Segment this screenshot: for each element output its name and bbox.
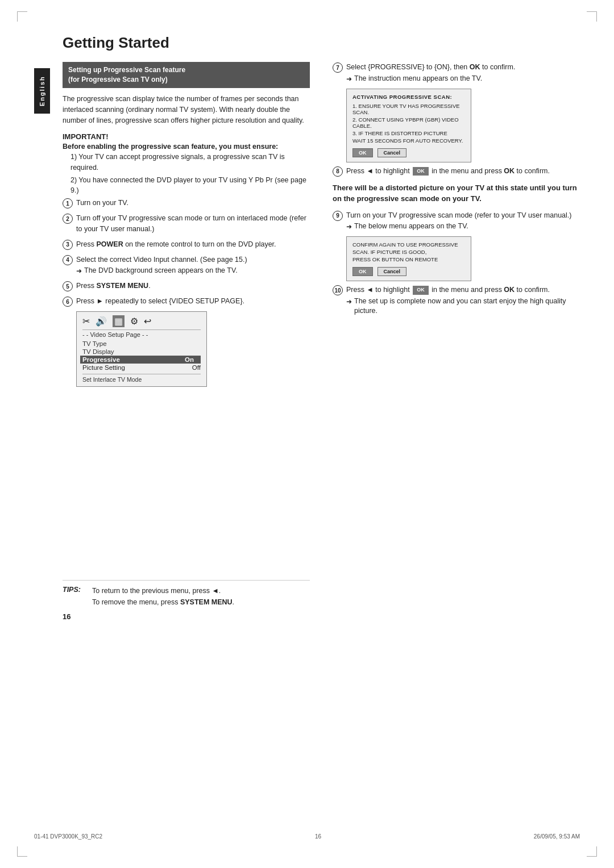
main-content: Getting Started Setting up Progressive S… [63, 23, 580, 621]
activating-ok-btn[interactable]: OK [352, 148, 373, 157]
step-3: 3 Press POWER on the remote control to t… [63, 239, 310, 250]
corner-mark-tr [587, 11, 597, 22]
confirm-line-1: CONFIRM AGAIN TO USE PROGRESSIVE [352, 241, 465, 248]
page-footer: 01-41 DVP3000K_93_RC2 16 26/09/05, 9:53 … [34, 833, 580, 840]
warning-text: There will be a distorted picture on you… [333, 182, 580, 205]
activating-line-1: 1. ENSURE YOUR TV HAS PROGRESSIVE SCAN. [352, 103, 465, 115]
important-label: IMPORTANT! [63, 132, 310, 141]
tips-line1: To return to the previous menu, press ◄. [92, 585, 234, 596]
confirm-cancel-btn[interactable]: Cancel [377, 267, 407, 276]
step-3-content: Press POWER on the remote control to tur… [76, 239, 310, 250]
confirm-buttons: OK Cancel [352, 267, 465, 276]
menu-icon-video-selected: ▦ [113, 315, 125, 327]
step-9-note: The below menu appears on the TV. [354, 222, 468, 232]
tips-label: TIPS: [63, 585, 81, 594]
section-heading-line2: (for Progressive Scan TV only) [68, 76, 168, 84]
activating-cancel-btn[interactable]: Cancel [377, 148, 407, 157]
corner-mark-br [587, 846, 597, 857]
activating-title: ACTIVATING PROGRESSIVE SCAN: [352, 94, 465, 100]
step-10: 10 Press ◄ to highlight OK in the menu a… [333, 285, 580, 316]
footer-right: 26/09/05, 9:53 AM [534, 833, 580, 840]
step-num-7: 7 [333, 62, 343, 73]
confirm-line-2: SCAN. IF PICTURE IS GOOD, [352, 249, 465, 255]
step-num-2: 2 [63, 214, 73, 224]
step-num-8: 8 [333, 166, 343, 177]
confirm-info-box: CONFIRM AGAIN TO USE PROGRESSIVE SCAN. I… [346, 236, 471, 281]
important-item-1: 1) Your TV can accept progressive signal… [70, 152, 310, 173]
page-number: 16 [63, 612, 310, 621]
step-num-6: 6 [63, 297, 73, 307]
arrow-9: ➜ [346, 222, 352, 232]
tips-section: TIPS: To return to the previous menu, pr… [63, 580, 310, 608]
step-6-content: Press ► repeatedly to select {VIDEO SETU… [76, 296, 310, 307]
menu-item-tvdisplay: TV Display [82, 348, 201, 356]
footer-left: 01-41 DVP3000K_93_RC2 [34, 833, 102, 840]
step-7-note: The instruction menu appears on the TV. [354, 74, 482, 84]
step-num-3: 3 [63, 240, 73, 250]
arrow-7: ➜ [346, 74, 352, 84]
step-1-content: Turn on your TV. [76, 198, 310, 208]
step-4-content: Select the correct Video Input channel. … [76, 254, 310, 277]
step-8: 8 Press ◄ to highlight OK in the menu an… [333, 166, 580, 177]
corner-mark-bl [17, 846, 27, 857]
activating-line-4: WAIT 15 SECONDS FOR AUTO RECOVERY. [352, 137, 465, 144]
step-7: 7 Select {PROGRESSIVE} to {ON}, then OK … [333, 62, 580, 84]
tips-line2: To remove the menu, press SYSTEM MENU. [92, 596, 234, 608]
step-8-content: Press ◄ to highlight OK in the menu and … [346, 166, 580, 177]
ok-btn-step10: OK [413, 286, 429, 295]
menu-footer: Set Interlace TV Mode [82, 374, 201, 383]
activating-line-3: 3. IF THERE IS DISTORTED PICTURE [352, 130, 465, 136]
step-6: 6 Press ► repeatedly to select {VIDEO SE… [63, 296, 310, 307]
menu-icon-scissors: ✂ [82, 316, 90, 327]
section-heading: Setting up Progressive Scan feature (for… [63, 62, 310, 88]
ok-btn-step8: OK [413, 167, 429, 176]
step-2-content: Turn off your TV progressive scan mode o… [76, 213, 310, 235]
step-5-content: Press SYSTEM MENU. [76, 281, 310, 291]
step-5: 5 Press SYSTEM MENU. [63, 281, 310, 291]
page-container: English Getting Started Setting up Progr… [0, 0, 614, 868]
important-item-2: 2) You have connected the DVD player to … [70, 175, 310, 197]
step-9-content: Turn on your TV progressive scan mode (r… [346, 210, 580, 232]
right-column: 7 Select {PROGRESSIVE} to {ON}, then OK … [333, 62, 580, 321]
arrow-4: ➜ [76, 266, 82, 276]
language-tab: English [34, 68, 50, 114]
step-num-10: 10 [333, 285, 343, 295]
intro-text: The progressive scan display twice the n… [63, 94, 310, 127]
footer-center: 16 [315, 833, 321, 840]
step-10-note: The set up is complete now and you can s… [354, 297, 580, 316]
step-num-1: 1 [63, 198, 73, 208]
important-section: IMPORTANT! Before enabling the progressi… [63, 132, 310, 197]
step-2: 2 Turn off your TV progressive scan mode… [63, 213, 310, 235]
arrow-10: ➜ [346, 297, 352, 307]
confirm-ok-btn[interactable]: OK [352, 267, 373, 276]
menu-icons-row: ✂ 🔊 ▦ ⚙ ↩ [82, 315, 201, 327]
left-column: Setting up Progressive Scan feature (for… [63, 62, 310, 621]
step-7-content: Select {PROGRESSIVE} to {ON}, then OK to… [346, 62, 580, 84]
confirm-line-3: PRESS OK BUTTON ON REMOTE [352, 256, 465, 262]
step-4: 4 Select the correct Video Input channel… [63, 254, 310, 277]
menu-item-tvtype: TV Type [82, 340, 201, 348]
step-10-content: Press ◄ to highlight OK in the menu and … [346, 285, 580, 316]
activating-info-box: ACTIVATING PROGRESSIVE SCAN: 1. ENSURE Y… [346, 89, 471, 162]
step-9: 9 Turn on your TV progressive scan mode … [333, 210, 580, 232]
section-heading-line1: Setting up Progressive Scan feature [68, 66, 185, 74]
step-num-5: 5 [63, 281, 73, 291]
tips-content: To return to the previous menu, press ◄.… [92, 585, 234, 608]
video-setup-menu: ✂ 🔊 ▦ ⚙ ↩ - - Video Setup Page - - TV Ty… [76, 311, 207, 387]
menu-icon-audio: 🔊 [96, 316, 107, 327]
page-title: Getting Started [63, 34, 580, 52]
step-num-4: 4 [63, 255, 73, 265]
menu-item-picturesetting: Picture Setting Off [82, 364, 201, 372]
menu-page-label: - - Video Setup Page - - [82, 329, 201, 338]
corner-mark-tl [17, 11, 27, 22]
activating-line-2: 2. CONNECT USING YPBPR (GBR) VIDEO CABLE… [352, 116, 465, 129]
two-column-layout: Setting up Progressive Scan feature (for… [63, 62, 580, 621]
menu-icon-settings: ⚙ [130, 316, 138, 327]
important-bold-text: Before enabling the progressive scan fea… [63, 142, 310, 152]
activating-buttons: OK Cancel [352, 148, 465, 157]
step-num-9: 9 [333, 211, 343, 221]
step-1: 1 Turn on your TV. [63, 198, 310, 208]
step-4-note: The DVD background screen appears on the… [84, 266, 238, 276]
menu-icon-exit: ↩ [144, 316, 151, 327]
menu-item-progressive: Progressive On [80, 356, 201, 364]
